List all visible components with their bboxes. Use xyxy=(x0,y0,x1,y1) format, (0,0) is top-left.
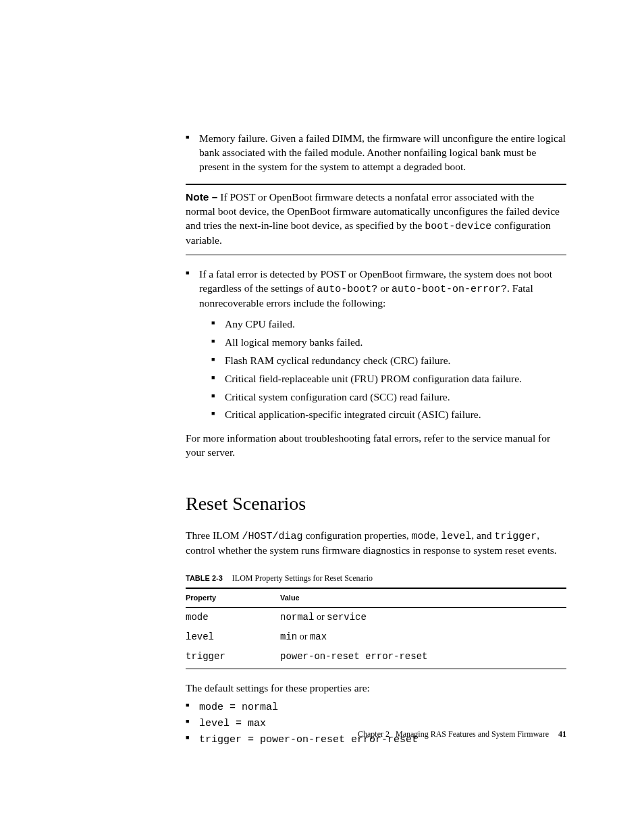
top-bullet-list: Memory failure. Given a failed DIMM, the… xyxy=(186,132,566,174)
list-item: Critical application-specific integrated… xyxy=(211,408,566,422)
properties-table: Property Value mode normal or service le… xyxy=(186,588,566,669)
table-header: Value xyxy=(280,588,566,607)
note-box: Note – If POST or OpenBoot firmware dete… xyxy=(186,184,566,255)
footer-title: Managing RAS Features and System Firmwar… xyxy=(396,729,549,739)
table-title: ILOM Property Settings for Reset Scenari… xyxy=(232,573,373,583)
list-item: Critical field-replaceable unit (FRU) PR… xyxy=(211,372,566,386)
note-code: boot-device xyxy=(425,221,491,232)
table-row: trigger power-on-reset error-reset xyxy=(186,647,566,669)
page-footer: Chapter 2 Managing RAS Features and Syst… xyxy=(358,729,566,739)
more-info-para: For more information about troubleshooti… xyxy=(186,432,566,460)
table-row: level min or max xyxy=(186,627,566,647)
note-label: Note – xyxy=(186,191,217,203)
list-item: All logical memory banks failed. xyxy=(211,336,566,350)
fatal-code1: auto-boot? xyxy=(317,284,377,295)
table-row: mode normal or service xyxy=(186,608,566,627)
table-caption: TABLE 2-3ILOM Property Settings for Rese… xyxy=(186,573,566,583)
list-item: Flash RAM cyclical redundancy check (CRC… xyxy=(211,354,566,368)
page-number: 41 xyxy=(558,729,566,739)
section-heading: Reset Scenarios xyxy=(186,491,566,517)
inner-list: Any CPU failed. All logical memory banks… xyxy=(199,317,566,423)
footer-chapter: Chapter 2 xyxy=(358,729,390,739)
list-item: Memory failure. Given a failed DIMM, the… xyxy=(186,132,566,174)
fatal-code2: auto-boot-on-error? xyxy=(392,284,507,295)
list-item: If a fatal error is detected by POST or … xyxy=(186,267,566,423)
fatal-mid: or xyxy=(377,282,392,294)
reset-intro: Three ILOM /HOST/diag configuration prop… xyxy=(186,529,566,558)
list-item: mode = normal xyxy=(186,700,566,714)
bullet-text: Memory failure. Given a failed DIMM, the… xyxy=(199,132,566,172)
table-header: Property xyxy=(186,588,280,607)
list-item: Any CPU failed. xyxy=(211,317,566,332)
list-item: Critical system configuration card (SCC)… xyxy=(211,390,566,405)
defaults-list: mode = normal level = max trigger = powe… xyxy=(186,700,566,748)
table-label: TABLE 2-3 xyxy=(186,574,223,582)
defaults-intro: The default settings for these propertie… xyxy=(186,681,566,696)
